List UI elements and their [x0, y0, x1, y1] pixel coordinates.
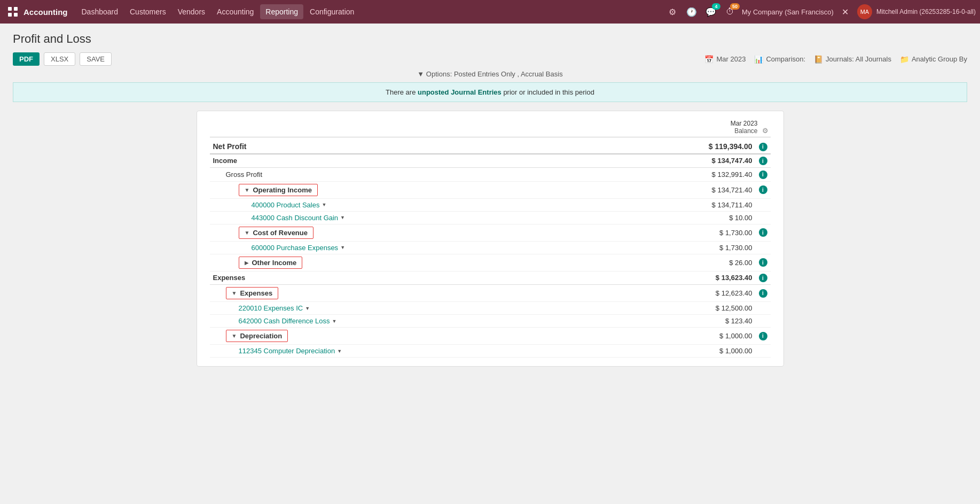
value-cell: $ 132,991.40 [681, 168, 756, 182]
label-cell: ▼ Operating Income [210, 181, 681, 198]
label-cell: 600000 Purchase Expenses ▼ [210, 241, 681, 254]
svg-rect-1 [14, 7, 18, 11]
menu-configuration[interactable]: Configuration [304, 4, 359, 19]
table-row: 443000 Cash Discount Gain ▼ $ 10.00 [210, 211, 771, 224]
report-table: Net Profit $ 119,394.00 i Income $ 134,7… [210, 139, 771, 358]
comparison-filter[interactable]: 📊 Comparison: [754, 55, 805, 64]
menu-accounting[interactable]: Accounting [211, 4, 259, 19]
table-row: ▼ Expenses $ 12,623.40 i [210, 285, 771, 302]
pdf-button[interactable]: PDF [13, 52, 40, 66]
menu-customers[interactable]: Customers [124, 4, 171, 19]
info-cell: i [756, 139, 771, 154]
settings-icon[interactable]: ✕ [838, 4, 853, 19]
row-label: 112345 Computer Depreciation [239, 347, 335, 355]
journals-label: Journals: All Journals [826, 55, 891, 63]
collapse-arrow: ▼ [232, 290, 237, 296]
value-cell: $ 119,394.00 [681, 139, 756, 154]
group-box-other-income[interactable]: ▶ Other Income [239, 257, 303, 269]
unposted-banner: There are unposted Journal Entries prior… [13, 82, 967, 102]
info-cell: i [756, 168, 771, 182]
info-icon[interactable]: i [759, 143, 767, 151]
row-label: Other Income [252, 259, 297, 267]
toolbar-filters: 📅 Mar 2023 📊 Comparison: 📔 Journals: All… [704, 55, 967, 64]
row-label: 400000 Product Sales [252, 201, 320, 209]
banner-highlight: unposted Journal Entries [418, 88, 501, 96]
analytic-filter[interactable]: 📁 Analytic Group By [900, 55, 967, 64]
clock-icon[interactable]: 🕐 [684, 4, 699, 19]
label-cell: Income [210, 154, 681, 168]
account-link-cash-diff-loss[interactable]: 642000 Cash Difference Loss ▼ [239, 317, 337, 325]
label-cell: ▼ Depreciation [210, 328, 681, 345]
value-cell: $ 10.00 [681, 211, 756, 224]
account-link-expenses-ic[interactable]: 220010 Expenses IC ▼ [239, 304, 310, 312]
activity-badge: 50 [730, 3, 740, 10]
info-icon[interactable]: i [759, 185, 767, 194]
calendar-icon: 📅 [704, 55, 714, 64]
collapse-arrow: ▼ [245, 230, 250, 236]
table-row: Income $ 134,747.40 i [210, 154, 771, 168]
row-label: 443000 Cash Discount Gain [252, 214, 339, 222]
save-button[interactable]: SAVE [80, 52, 112, 66]
group-box-depreciation[interactable]: ▼ Depreciation [226, 330, 288, 342]
value-cell: $ 1,000.00 [681, 345, 756, 358]
period-filter[interactable]: 📅 Mar 2023 [704, 55, 746, 64]
journals-filter[interactable]: 📔 Journals: All Journals [814, 55, 891, 64]
label-cell: Net Profit [210, 139, 681, 154]
column-header: Mar 2023 Balance [672, 120, 758, 135]
activity-icon[interactable]: ⏱ 50 [723, 4, 738, 19]
info-icon[interactable]: i [759, 170, 767, 179]
value-cell: $ 134,711.40 [681, 198, 756, 211]
label-cell: Gross Profit [210, 168, 681, 182]
info-icon[interactable]: i [759, 258, 767, 267]
pin-icon[interactable]: ⚙ [665, 4, 680, 19]
group-box-expenses-group[interactable]: ▼ Expenses [226, 287, 279, 299]
account-dropdown-arrow: ▼ [322, 202, 326, 207]
info-cell [756, 302, 771, 315]
app-grid-icon[interactable] [4, 3, 21, 20]
chat-icon[interactable]: 💬 4 [703, 4, 718, 19]
table-row: 220010 Expenses IC ▼ $ 12,500.00 [210, 302, 771, 315]
page-title: Profit and Loss [13, 32, 967, 46]
account-link-cash-discount-gain[interactable]: 443000 Cash Discount Gain ▼ [252, 214, 346, 222]
column-period: Mar 2023 [672, 120, 758, 127]
report-card: Mar 2023 Balance ⚙ Net Profit $ 119,394.… [197, 111, 784, 367]
info-cell: i [756, 254, 771, 271]
label-cell: ▶ Other Income [210, 254, 681, 271]
menu-dashboard[interactable]: Dashboard [76, 4, 124, 19]
row-label: Income [213, 157, 238, 165]
table-row: ▼ Operating Income $ 134,721.40 i [210, 181, 771, 198]
info-icon[interactable]: i [759, 332, 767, 340]
user-avatar[interactable]: MA [857, 4, 872, 19]
value-cell: $ 1,000.00 [681, 328, 756, 345]
info-cell [756, 315, 771, 328]
info-icon[interactable]: i [759, 157, 767, 165]
info-cell: i [756, 224, 771, 241]
account-link-purchase-expenses[interactable]: 600000 Purchase Expenses ▼ [252, 244, 346, 252]
row-label: Cost of Revenue [253, 229, 308, 237]
info-icon[interactable]: i [759, 289, 767, 298]
info-icon[interactable]: i [759, 228, 767, 237]
xlsx-button[interactable]: XLSX [44, 52, 75, 66]
label-cell: 443000 Cash Discount Gain ▼ [210, 211, 681, 224]
account-link-computer-dep[interactable]: 112345 Computer Depreciation ▼ [239, 347, 342, 355]
info-cell: i [756, 181, 771, 198]
info-cell [756, 241, 771, 254]
collapse-arrow: ▼ [245, 187, 250, 193]
account-link-product-sales[interactable]: 400000 Product Sales ▼ [252, 201, 327, 209]
analytic-icon: 📁 [900, 55, 909, 64]
row-label: 220010 Expenses IC [239, 304, 303, 312]
table-row: 400000 Product Sales ▼ $ 134,711.40 [210, 198, 771, 211]
group-box-cost-of-revenue[interactable]: ▼ Cost of Revenue [239, 227, 313, 239]
table-row: 600000 Purchase Expenses ▼ $ 1,730.00 [210, 241, 771, 254]
menu-reporting[interactable]: Reporting [260, 4, 303, 19]
options-row: ▼ Options: Posted Entries Only , Accrual… [13, 70, 967, 78]
group-box-operating-income[interactable]: ▼ Operating Income [239, 184, 318, 196]
menu-vendors[interactable]: Vendors [173, 4, 210, 19]
options-label: Options: Posted Entries Only , Accrual B… [426, 70, 563, 78]
table-row: Net Profit $ 119,394.00 i [210, 139, 771, 154]
account-dropdown-arrow: ▼ [340, 245, 345, 250]
column-settings-icon[interactable]: ⚙ [762, 127, 769, 135]
info-icon[interactable]: i [759, 274, 767, 282]
table-row: Gross Profit $ 132,991.40 i [210, 168, 771, 182]
topnav-right-area: ⚙ 🕐 💬 4 ⏱ 50 My Company (San Francisco) … [665, 4, 976, 19]
